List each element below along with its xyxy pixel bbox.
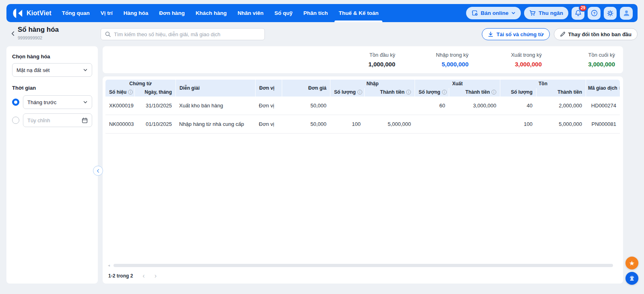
cell-ton-thanh-tien: 5,000,000	[536, 115, 586, 134]
nav-vi-tri[interactable]: Vị trí	[101, 4, 113, 22]
time-preset-value: Tháng trước	[27, 99, 56, 105]
back-button[interactable]	[9, 29, 17, 37]
cell-don-vi: Đơn vị	[255, 115, 282, 134]
product-select-value: Mặt nạ đất sét	[17, 67, 50, 73]
time-preset-radio[interactable]	[12, 99, 19, 106]
nav-nhan-vien[interactable]: Nhân viên	[237, 4, 264, 22]
support-fab[interactable]	[625, 272, 638, 285]
cell-xuat-so-luong	[415, 115, 449, 134]
cell-nhap-so-luong: 100	[330, 115, 364, 134]
info-icon[interactable]	[406, 90, 411, 95]
horizontal-scrollbar[interactable]	[114, 264, 613, 267]
chevron-left-icon	[96, 169, 100, 173]
ledger-table: Chứng từ Diễn giải Đơn vị Đơn giá Nhập X…	[105, 80, 620, 134]
nav-so-quy[interactable]: Sổ quỹ	[275, 4, 293, 22]
cell-xuat-thanh-tien	[449, 115, 500, 134]
brand[interactable]: KiotViet	[12, 8, 52, 19]
summary-value-outflow: 3,000,000	[469, 61, 542, 68]
cell-don-gia: 50,000	[282, 97, 330, 115]
nav-tong-quan[interactable]: Tổng quan	[62, 4, 90, 22]
col-ton-so-luong: Số lượng	[500, 88, 536, 97]
col-ngay-thang: Ngày, tháng	[134, 88, 175, 97]
col-ton-thanh-tien: Thành tiền	[536, 88, 586, 97]
summary-card: Tồn đầu kỳ 1,000,000 Nhập trong kỳ 5,000…	[103, 46, 623, 73]
summary-value-closing: 3,000,000	[542, 61, 615, 68]
search-input[interactable]	[114, 31, 260, 37]
col-nhap-thanh-tien: Thành tiền	[364, 88, 415, 97]
col-xuat-thanh-tien: Thành tiền	[449, 88, 500, 97]
prev-page-button[interactable]: ‹	[142, 273, 144, 279]
time-custom-input[interactable]	[27, 117, 82, 123]
gear-icon	[607, 10, 613, 16]
cell-dien-giai: Xuất kho bán hàng	[175, 97, 255, 115]
cell-nhap-thanh-tien	[364, 97, 415, 115]
time-custom-radio[interactable]	[12, 117, 19, 124]
scroll-left-arrow[interactable]: ◂	[108, 263, 110, 267]
chevron-down-icon	[83, 100, 88, 105]
cell-xuat-so-luong: 60	[415, 97, 449, 115]
pagination-label: 1-2 trong 2	[108, 273, 133, 279]
time-custom-field	[23, 113, 92, 127]
ban-online-label: Bán online	[481, 10, 508, 16]
thu-ngan-label: Thu ngân	[539, 10, 563, 16]
notifications-button[interactable]: 29	[572, 7, 584, 20]
cell-xuat-thanh-tien: 3,000,000	[449, 97, 500, 115]
cell-ton-so-luong: 40	[500, 97, 536, 115]
nav-thue-ke-toan[interactable]: Thuế & Kế toán	[339, 4, 378, 22]
summary-label-outflow: Xuất trong kỳ	[469, 52, 542, 58]
cell-ngay-thang: 31/10/2025	[134, 97, 175, 115]
info-icon[interactable]	[357, 90, 362, 95]
account-button[interactable]	[620, 7, 633, 20]
info-icon[interactable]	[491, 90, 496, 95]
store-icon	[471, 10, 478, 16]
settings-button[interactable]	[604, 7, 617, 20]
collapse-sidebar-button[interactable]	[93, 166, 103, 176]
col-group-ton: Tồn	[500, 80, 586, 88]
time-preset-select[interactable]: Tháng trước	[23, 95, 92, 109]
summary-value-inflow: 5,000,000	[395, 61, 469, 68]
summary-value-opening: 1,000,000	[322, 61, 395, 68]
summary-label-inflow: Nhập trong kỳ	[395, 52, 469, 58]
top-navbar: KiotViet Tổng quan Vị trí Hàng hóa Đơn h…	[6, 4, 638, 22]
table-row[interactable]: XK000019 31/10/2025 Xuất kho bán hàng Đơ…	[105, 97, 620, 115]
pencil-icon	[560, 31, 566, 37]
cell-nhap-so-luong	[330, 97, 364, 115]
download-ledger-button[interactable]: Tải sổ và chứng từ	[482, 28, 549, 40]
nav-hang-hoa[interactable]: Hàng hóa	[124, 4, 149, 22]
info-icon[interactable]	[128, 90, 133, 95]
change-initial-stock-button[interactable]: Thay đổi tồn kho ban đầu	[554, 28, 638, 40]
nav-phan-tich[interactable]: Phân tích	[303, 4, 328, 22]
ban-online-button[interactable]: Bán online	[466, 7, 521, 19]
cart-icon	[529, 10, 536, 16]
ledger-card: Chứng từ Diễn giải Đơn vị Đơn giá Nhập X…	[103, 76, 623, 284]
help-button[interactable]: ?	[588, 7, 601, 20]
product-select[interactable]: Mặt nạ đất sét	[12, 63, 92, 77]
summary-label-opening: Tồn đầu kỳ	[322, 52, 395, 58]
thu-ngan-button[interactable]: Thu ngân	[524, 7, 568, 19]
chevron-down-icon	[83, 68, 88, 72]
calendar-icon[interactable]	[82, 117, 88, 123]
table-row[interactable]: NK000003 01/10/2025 Nhập hàng từ nhà cun…	[105, 115, 620, 134]
cell-so-hieu: XK000019	[105, 97, 134, 115]
search-icon	[105, 31, 111, 37]
help-icon: ?	[591, 10, 598, 16]
main-menu: Tổng quan Vị trí Hàng hóa Đơn hàng Khách…	[62, 4, 379, 22]
nav-khach-hang[interactable]: Khách hàng	[196, 4, 227, 22]
cell-ton-thanh-tien: 2,000,000	[536, 97, 586, 115]
cell-don-vi: Đơn vị	[255, 97, 282, 115]
cell-ma-giao-dich: HD000274	[586, 97, 620, 115]
col-nhap-so-luong: Số lượng	[330, 88, 364, 97]
col-dien-giai: Diễn giải	[175, 80, 255, 97]
search-box	[101, 28, 265, 40]
col-group-nhap: Nhập	[330, 80, 415, 88]
avatar-icon	[623, 9, 630, 17]
info-icon[interactable]	[619, 86, 620, 90]
cell-nhap-thanh-tien: 5,000,000	[364, 115, 415, 134]
cell-ton-so-luong: 100	[500, 115, 536, 134]
cell-ma-giao-dich: PN000081	[586, 115, 620, 134]
next-page-button[interactable]: ›	[155, 273, 157, 279]
rewards-fab[interactable]: ★	[625, 257, 638, 269]
col-xuat-so-luong: Số lượng	[415, 88, 449, 97]
nav-don-hang[interactable]: Đơn hàng	[159, 4, 185, 22]
info-icon[interactable]	[442, 90, 447, 95]
